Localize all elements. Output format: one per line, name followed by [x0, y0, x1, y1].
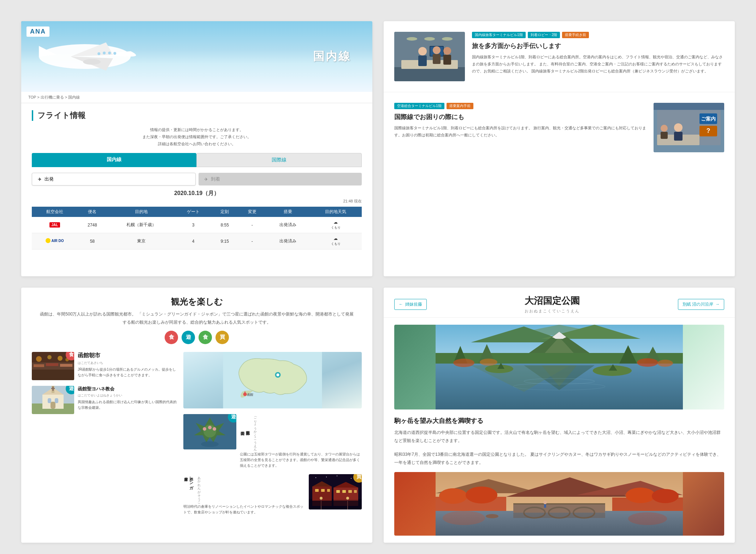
svg-text:函館: 函館 — [247, 393, 254, 396]
tourism-img-2: ご案内 ? — [654, 103, 724, 152]
svg-point-135 — [443, 511, 485, 525]
svg-point-126 — [626, 488, 655, 503]
hero-title: 国内線 — [313, 49, 351, 64]
onuma-subtitle: おおぬまこくていこうえん — [525, 308, 580, 314]
svg-point-136 — [628, 512, 667, 525]
flight-hero: ANA 国内線 — [21, 21, 372, 92]
onuma-section-1: 駒ヶ岳を望み大自然を満喫する 北海道の道西択捉半島の中央部に位置する国定公園です… — [394, 417, 724, 445]
svg-rect-14 — [433, 54, 441, 64]
hak-right-col: 函館 — [183, 352, 362, 536]
svg-point-127 — [652, 489, 679, 503]
svg-point-58 — [277, 373, 279, 376]
svg-point-68 — [315, 477, 316, 478]
svg-point-28 — [674, 123, 683, 132]
tab-departure[interactable]: ✈ 出発 — [32, 173, 196, 185]
gate-cell: 4 — [176, 233, 211, 249]
category-icons: 食 遊 食 買 — [39, 331, 355, 344]
panel-flight: ANA 国内線 TOP > 出行機に乗る > 国内線 フライト情報 情報の提供・… — [21, 21, 372, 276]
svg-point-30 — [661, 125, 668, 132]
info-center-image: ご案内 ? — [654, 103, 724, 152]
svg-point-71 — [351, 478, 352, 479]
tab-arrival[interactable]: ✈ 到着 — [199, 173, 362, 185]
svg-point-0 — [39, 44, 131, 69]
svg-point-88 — [346, 497, 349, 500]
svg-point-1 — [83, 59, 101, 65]
goryokaku-image: 遊 — [183, 414, 236, 449]
tab-international[interactable]: 国際線 — [196, 153, 362, 167]
col-dest: 目的地 — [107, 207, 176, 217]
hakodate-header: 観光を楽しむ 函館は、年間500万人以上が訪れる国際観光都市。 「ミシュラン・グ… — [21, 288, 372, 352]
cat-play[interactable]: 遊 — [182, 331, 195, 344]
panel-onuma: ← 姉妹佐藤 大沼国定公園 おおぬまこくていこうえん 別紙 沼の川沿岸 → — [384, 288, 735, 543]
flight-notice: 情報の提供・更新には時間がかかることがあります。 また深夜・早朝の出発便は情報範… — [32, 126, 362, 147]
gate-cell: 3 — [176, 217, 211, 233]
svg-rect-40 — [60, 364, 72, 367]
cat-eat[interactable]: 食 — [199, 331, 212, 344]
change-cell: - — [238, 233, 266, 249]
svg-point-66 — [201, 441, 219, 447]
nav-next-label: 別紙 沼の川沿岸 — [683, 301, 713, 307]
onuma-title-area: 大沼国定公園 おおぬまこくていこうえん — [525, 295, 580, 314]
flight-time: 21:48 現在 — [32, 199, 362, 204]
airline-cell: AIR DO — [32, 233, 78, 249]
cat-food[interactable]: 食 — [165, 331, 178, 344]
hokkaido-map: 函館 — [183, 352, 362, 408]
svg-point-19 — [442, 37, 453, 41]
nav-prev-button[interactable]: ← 姉妹佐藤 — [394, 299, 427, 310]
svg-rect-84 — [354, 490, 357, 493]
direction-tabs: ✈ 出発 ✈ 到着 — [32, 173, 362, 185]
svg-point-11 — [418, 47, 427, 55]
svg-rect-89 — [312, 501, 332, 506]
asaichi-info: 函館朝市 はこだてあさいち JR函館駅から徒歩1分の場所にあるグルメのメッカ。徒… — [78, 352, 178, 380]
onuma-title: 大沼国定公園 — [525, 295, 580, 307]
svg-rect-139 — [544, 504, 546, 508]
tourism-section-2: 空港総合ターミナルビル1階 搭乗案内手前 国際線でお困りの際にも 国際線旅客ター… — [384, 92, 735, 163]
svg-point-35 — [47, 355, 52, 359]
nav-next-button[interactable]: 別紙 沼の川沿岸 → — [678, 299, 724, 310]
breadcrumb: TOP > 出行機に乗る > 国内線 — [21, 92, 372, 103]
svg-rect-51 — [55, 398, 58, 403]
svg-point-34 — [36, 356, 42, 362]
col-flight: 便名 — [78, 207, 107, 217]
svg-point-3 — [103, 52, 106, 54]
status-cell: 出発済み — [266, 217, 310, 233]
table-header-row: 航空会社 便名 目的地 ゲート 定刻 変更 搭乗 目的地天気 — [32, 207, 362, 217]
airdo-logo: AIR DO — [46, 238, 64, 243]
tab-domestic[interactable]: 国内線 — [32, 153, 196, 167]
svg-rect-80 — [327, 489, 330, 492]
flight-tabs: 国内線 国際線 — [32, 153, 362, 167]
tourism-content-1: 国内線旅客ターミナルビル1階 到着ロビー・2階 搭乗手続き前 旅を多方面からお手… — [472, 32, 724, 81]
svg-rect-31 — [661, 132, 668, 139]
tourism-section-1: 国内線旅客ターミナルビル1階 到着ロビー・2階 搭乗手続き前 旅を多方面からお手… — [384, 21, 735, 92]
svg-point-65 — [213, 427, 216, 431]
svg-rect-90 — [333, 500, 358, 506]
section-title: フライト情報 — [32, 110, 362, 121]
tourism-img-1 — [394, 32, 465, 81]
nav-prev-label: 姉妹佐藤 — [405, 301, 422, 307]
col-scheduled: 定刻 — [211, 207, 238, 217]
dest-cell: 札幌（新千歳） — [107, 217, 176, 233]
onuma-section-body-1: 北海道の道西択捉半島の中央部に位置する国定公園です。活火山で有名な駒ヶ岳を望む、… — [394, 429, 724, 445]
col-status: 搭乗 — [266, 207, 310, 217]
svg-point-117 — [657, 360, 673, 367]
aomori-warehouses-spot: 赤レンガ倉庫 あかれんがそうこ 明治時代の倉庫をリノベーションしたイベントやロマ… — [183, 474, 362, 515]
svg-text:ご案内: ご案内 — [701, 116, 716, 122]
svg-rect-49 — [51, 388, 55, 389]
church-image: 遊 — [32, 386, 74, 414]
svg-rect-39 — [46, 363, 58, 366]
tag-terminal-2: 空港総合ターミナルビル1階 — [394, 103, 444, 109]
onuma-main-image — [394, 325, 724, 409]
hakodate-asaichi-spot: 食 函館朝市 はこだてあさいち JR函館駅から徒歩1分の場所にあるグルメのメッカ… — [32, 352, 178, 380]
svg-rect-12 — [418, 55, 427, 66]
flight-table: 航空会社 便名 目的地 ゲート 定刻 変更 搭乗 目的地天気 JAL 2748 … — [32, 207, 362, 249]
aomori-image: 買 — [309, 474, 362, 509]
cat-buy[interactable]: 買 — [215, 331, 229, 344]
svg-point-114 — [453, 359, 474, 367]
tourism-title-2: 国際線でお困りの際にも — [394, 113, 646, 121]
onuma-section-body-2: 昭和33年7月、全国で13番目に南北海道選一の国定公園となりました。 夏はサイク… — [394, 450, 724, 467]
svg-rect-52 — [51, 402, 55, 409]
col-airline: 航空会社 — [32, 207, 78, 217]
goryokaku-info: 五稜郭公園 ごりょうかくこうえん 公園には五稜郭タワーが庭側を行列を通賞しており… — [240, 414, 362, 468]
hakodate-title: 観光を楽しむ — [39, 296, 355, 307]
svg-point-4 — [108, 52, 111, 54]
